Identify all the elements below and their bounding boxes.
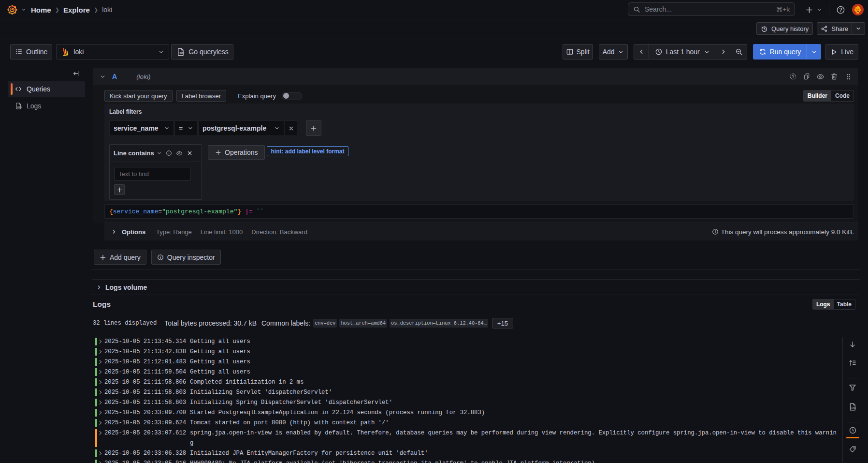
svg-text:LOG: LOG xyxy=(17,106,22,108)
svg-text:LOG: LOG xyxy=(851,407,856,410)
svg-text:LOG: LOG xyxy=(179,52,184,54)
